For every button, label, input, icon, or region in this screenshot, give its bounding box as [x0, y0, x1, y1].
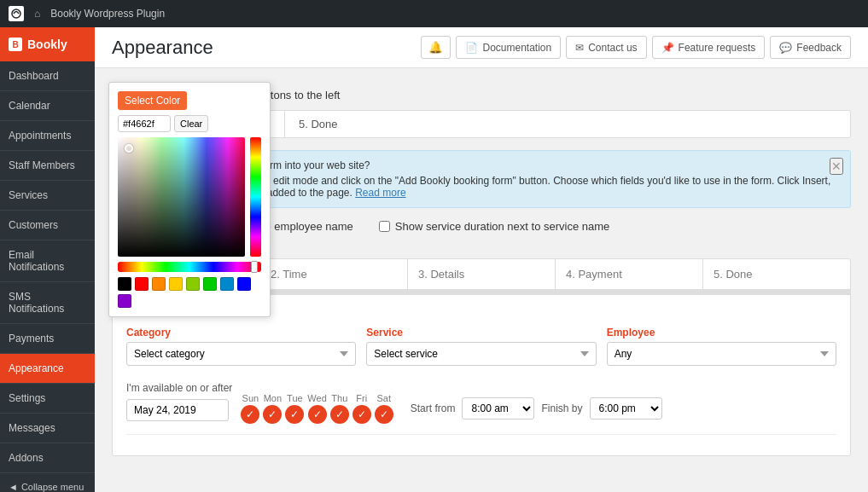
service-label: Service — [366, 327, 596, 339]
sidebar-item-customers[interactable]: Customers — [0, 211, 95, 240]
progress-bar-payment — [555, 290, 702, 295]
day-sun: Sun ✓ — [241, 393, 259, 424]
content-area: Select Color Clear — [95, 68, 868, 489]
sidebar-item-appearance[interactable]: Appearance — [0, 354, 95, 384]
hue-slider-row — [118, 262, 261, 272]
hue-strip[interactable] — [250, 137, 261, 257]
preset-color-yellow[interactable] — [169, 277, 183, 291]
preset-color-green[interactable] — [203, 277, 217, 291]
feedback-button[interactable]: 💬 Feedback — [770, 36, 851, 59]
step-details[interactable]: 3. Details — [408, 259, 556, 289]
sidebar-item-appointments[interactable]: Appointments — [0, 121, 95, 151]
top-form-area: Select Color Clear — [112, 82, 851, 246]
day-checks: Sun ✓ Mon ✓ Tue ✓ — [241, 393, 393, 424]
bell-icon: 🔔 — [428, 41, 443, 54]
availability-section: I'm available on or after Sun ✓ Mon — [126, 379, 836, 424]
preset-color-purple[interactable] — [118, 294, 131, 308]
hex-input[interactable] — [118, 115, 171, 132]
progress-bar-details — [408, 290, 556, 295]
color-picker-header: Select Color — [118, 91, 261, 110]
main-header: Appearance 🔔 📄 Documentation ✉ Contact u… — [95, 27, 868, 68]
step-payment[interactable]: 4. Payment — [556, 259, 703, 289]
service-select[interactable]: Select service — [366, 342, 596, 366]
collapse-icon: ◄ — [9, 482, 18, 492]
preset-color-orange[interactable] — [152, 277, 166, 291]
read-more-link[interactable]: Read more — [355, 187, 405, 199]
day-sat-check[interactable]: ✓ — [375, 405, 393, 424]
sidebar-item-dashboard[interactable]: Dashboard — [0, 61, 95, 91]
sidebar-item-calendar[interactable]: Calendar — [0, 91, 95, 121]
employee-label: Employee — [607, 327, 836, 339]
tab-done[interactable]: 5. Done — [285, 111, 352, 137]
admin-bar-bookly-icon: ⌂ — [34, 8, 40, 20]
preset-color-black[interactable] — [118, 277, 131, 291]
contact-us-button[interactable]: ✉ Contact us — [566, 36, 646, 59]
sidebar-item-services[interactable]: Services — [0, 181, 95, 211]
sidebar-brand[interactable]: B Bookly — [0, 27, 95, 61]
sidebar-item-addons[interactable]: Addons — [0, 443, 95, 473]
step-time[interactable]: 2. Time — [260, 259, 408, 289]
info-box-close-button[interactable]: ✕ — [830, 158, 843, 175]
time-section: Start from 6:00 am7:00 am8:00 am9:00 am1… — [411, 397, 662, 420]
finish-time-select[interactable]: 4:00 pm5:00 pm6:00 pm7:00 pm8:00 pm9:00 … — [590, 397, 662, 420]
show-duration-option[interactable]: Show service duration next to service na… — [379, 220, 609, 233]
date-input[interactable] — [126, 399, 229, 421]
availability-left: I'm available on or after — [126, 382, 232, 421]
start-time-select[interactable]: 6:00 am7:00 am8:00 am9:00 am10:00 am11:0… — [462, 397, 534, 420]
pin-icon: 📌 — [661, 42, 674, 54]
day-mon-check[interactable]: ✓ — [263, 405, 282, 424]
sidebar-item-payments[interactable]: Payments — [0, 324, 95, 354]
category-select[interactable]: Select category — [126, 342, 356, 366]
employee-select[interactable]: Any — [607, 342, 836, 366]
sidebar-item-messages[interactable]: Messages — [0, 414, 95, 443]
notifications-button[interactable]: 🔔 — [421, 36, 451, 59]
collapse-menu-button[interactable]: ◄ Collapse menu — [0, 473, 95, 492]
main-area: Appearance 🔔 📄 Documentation ✉ Contact u… — [95, 27, 868, 492]
preset-color-darkblue[interactable] — [237, 277, 251, 291]
clear-color-button[interactable]: Clear — [174, 115, 208, 132]
sidebar-item-staff[interactable]: Staff Members — [0, 151, 95, 181]
sidebar-item-sms-notifications[interactable]: SMS Notifications — [0, 282, 95, 324]
color-gradient-canvas[interactable] — [118, 137, 245, 257]
service-fields: Category Select category Service Select … — [126, 327, 836, 366]
day-thu-check[interactable]: ✓ — [330, 405, 349, 424]
availability-label: I'm available on or after — [126, 382, 232, 394]
email-icon: ✉ — [575, 42, 584, 54]
admin-bar: ⌂ Bookly Wordpress Plugin — [0, 0, 868, 27]
sidebar-item-settings[interactable]: Settings — [0, 384, 95, 414]
day-thu: Thu ✓ — [330, 393, 349, 424]
show-duration-label: Show service duration next to service na… — [395, 220, 609, 233]
hue-slider[interactable] — [118, 262, 261, 272]
day-mon: Mon ✓ — [263, 393, 282, 424]
show-duration-checkbox[interactable] — [379, 221, 390, 232]
progress-bar-done — [702, 290, 850, 295]
day-tue: Tue ✓ — [285, 393, 304, 424]
wp-logo — [9, 6, 24, 21]
feature-requests-button[interactable]: 📌 Feature requests — [652, 36, 766, 59]
day-wed: Wed ✓ — [307, 393, 326, 424]
booking-body: Please select service: Category Select c… — [113, 295, 850, 455]
documentation-button[interactable]: 📄 Documentation — [456, 36, 561, 59]
select-color-button[interactable]: Select Color — [118, 91, 187, 110]
preset-color-lime[interactable] — [186, 277, 200, 291]
divider — [126, 434, 836, 435]
day-wed-check[interactable]: ✓ — [308, 405, 327, 424]
availability-row: I'm available on or after Sun ✓ Mon — [126, 379, 836, 424]
step-done[interactable]: 5. Done — [703, 259, 850, 289]
day-fri: Fri ✓ — [352, 393, 371, 424]
chat-icon: 💬 — [779, 42, 792, 54]
sidebar: B Bookly Dashboard Calendar Appointments… — [0, 27, 95, 492]
header-actions: 🔔 📄 Documentation ✉ Contact us 📌 Feature… — [421, 36, 851, 59]
svg-point-0 — [12, 9, 20, 18]
preset-color-red[interactable] — [135, 277, 149, 291]
bookly-brand-icon: B — [9, 38, 22, 51]
day-fri-check[interactable]: ✓ — [352, 405, 371, 424]
day-sat: Sat ✓ — [375, 393, 393, 424]
day-tue-check[interactable]: ✓ — [285, 405, 304, 424]
employee-field-group: Employee Any — [607, 327, 836, 366]
day-sun-check[interactable]: ✓ — [241, 405, 259, 424]
preset-colors — [118, 277, 261, 308]
category-field-group: Category Select category — [126, 327, 356, 366]
preset-color-blue[interactable] — [220, 277, 234, 291]
sidebar-item-email-notifications[interactable]: Email Notifications — [0, 240, 95, 282]
